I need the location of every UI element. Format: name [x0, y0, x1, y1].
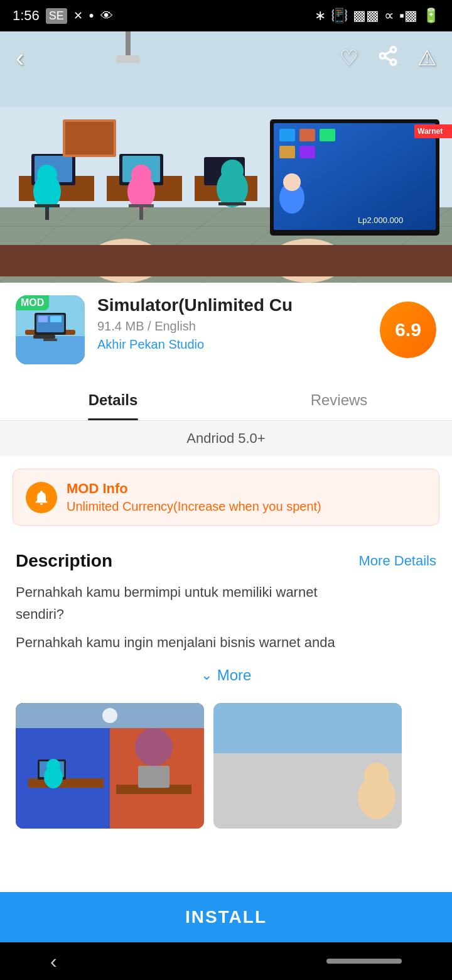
status-x-icon: ✕ [73, 9, 83, 23]
svg-point-40 [221, 160, 244, 182]
description-section: Description More Details Pernahkah kamu … [0, 538, 452, 703]
install-bar[interactable]: INSTALL [0, 892, 452, 942]
svg-point-43 [283, 173, 301, 191]
status-bar: 1:56 SE ✕ • 👁 ∗ 📳 ▩▩ ∝ ▪▩ 🔋 [0, 0, 452, 31]
screenshots-section [0, 703, 452, 841]
status-dot: • [89, 8, 94, 24]
signal-icon: ▩▩ [353, 8, 379, 24]
svg-rect-51 [65, 122, 114, 155]
hero-image: Lp2.000.000 Warnet [0, 31, 452, 283]
bottom-nav: ‹ [0, 942, 452, 980]
mod-info-title: MOD Info [67, 481, 321, 497]
svg-point-76 [46, 759, 60, 773]
hero-navigation: ‹ ♡ ⚠ [0, 31, 452, 85]
back-button[interactable]: ‹ [16, 44, 24, 72]
home-indicator[interactable] [326, 959, 402, 964]
svg-rect-62 [38, 316, 48, 322]
mod-info-text: MOD Info Unlimited Currency(Increase whe… [67, 481, 321, 514]
svg-rect-24 [299, 129, 315, 141]
back-nav-button[interactable]: ‹ [50, 950, 57, 973]
app-meta: 91.4 MB / English [97, 319, 367, 334]
app-info-section: MOD Simulator(Unlimited Cu 91.4 MB / Eng… [0, 283, 452, 377]
description-header: Description More Details [16, 551, 436, 571]
chevron-down-icon: ⌄ [201, 667, 212, 683]
svg-rect-34 [45, 204, 49, 220]
bluetooth-icon: ∗ [315, 8, 326, 24]
svg-point-77 [135, 728, 173, 766]
tab-details[interactable]: Details [0, 380, 226, 420]
mod-badge: MOD [16, 295, 49, 310]
description-title: Description [16, 551, 112, 571]
signal-bars-icon: ▪▩ [399, 8, 417, 24]
svg-line-56 [385, 51, 391, 55]
rating-circle: 6.9 [380, 302, 436, 358]
status-time: 1:56 [13, 8, 40, 24]
android-version-bar: Andriod 5.0+ [0, 421, 452, 456]
mod-info-description: Unlimited Currency(Increase when you spe… [67, 499, 321, 514]
install-button[interactable]: INSTALL [185, 907, 267, 927]
status-left: 1:56 SE ✕ • 👁 [13, 8, 113, 24]
description-text-1: Pernahkah kamu bermimpi untuk memiliki w… [16, 581, 436, 625]
status-camera-icon: 👁 [100, 9, 113, 23]
svg-rect-78 [138, 766, 170, 788]
svg-point-36 [131, 165, 151, 185]
mod-bell-icon [26, 482, 57, 513]
svg-rect-26 [279, 146, 295, 158]
app-title: Simulator(Unlimited Cu [97, 295, 367, 315]
svg-point-82 [364, 763, 389, 788]
battery-icon: 🔋 [422, 8, 439, 24]
mod-info-box: MOD Info Unlimited Currency(Increase whe… [13, 469, 439, 526]
more-button[interactable]: ⌄ More [16, 660, 436, 690]
svg-rect-66 [33, 335, 55, 339]
app-details: Simulator(Unlimited Cu 91.4 MB / English… [97, 295, 367, 352]
status-right: ∗ 📳 ▩▩ ∝ ▪▩ 🔋 [315, 8, 439, 24]
svg-rect-23 [279, 129, 295, 141]
svg-rect-47 [0, 245, 452, 276]
status-se-icon: SE [46, 8, 67, 24]
svg-rect-38 [139, 204, 143, 220]
svg-text:Warnet: Warnet [417, 127, 443, 136]
svg-rect-25 [320, 129, 335, 141]
svg-rect-71 [28, 778, 104, 788]
share-button[interactable] [377, 45, 399, 71]
more-details-link[interactable]: More Details [359, 553, 436, 569]
like-button[interactable]: ♡ [340, 45, 358, 71]
svg-rect-65 [43, 339, 57, 341]
app-icon-wrapper: MOD [16, 295, 85, 364]
warning-button[interactable]: ⚠ [417, 45, 436, 71]
svg-rect-63 [50, 316, 62, 322]
tab-reviews[interactable]: Reviews [226, 380, 452, 420]
description-text-2: Pernahkah kamu ingin menjalani bisnis wa… [16, 631, 436, 653]
app-developer[interactable]: Akhir Pekan Studio [97, 337, 367, 352]
svg-rect-80 [213, 703, 402, 753]
screenshot-2[interactable] [213, 703, 402, 829]
svg-rect-41 [218, 202, 246, 205]
svg-rect-27 [299, 146, 315, 158]
wifi-icon: ∝ [384, 8, 394, 24]
vibrate-icon: 📳 [331, 8, 348, 24]
tabs-section: Details Reviews [0, 380, 452, 421]
svg-point-32 [37, 165, 57, 185]
svg-line-55 [385, 57, 391, 61]
svg-point-70 [102, 708, 117, 723]
screenshot-1[interactable] [16, 703, 204, 829]
svg-text:Lp2.000.000: Lp2.000.000 [358, 215, 403, 225]
